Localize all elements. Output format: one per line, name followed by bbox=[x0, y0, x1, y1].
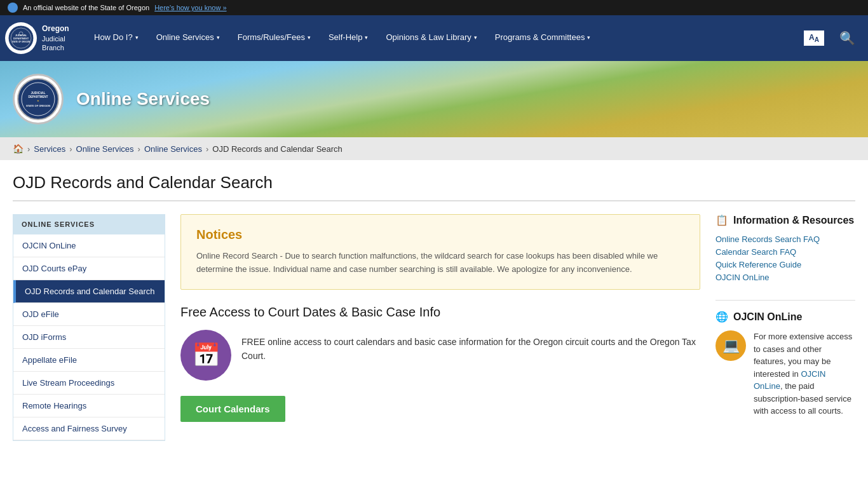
nav-opinions[interactable]: Opinions & Law Library ▾ bbox=[377, 15, 485, 61]
sidebar-item-livestream: Live Stream Proceedings bbox=[13, 372, 165, 395]
court-calendars-button[interactable]: Court Calendars bbox=[180, 396, 285, 422]
free-access-section: 📅 FREE online access to court calendars … bbox=[180, 330, 700, 381]
svg-text:JUDICIAL: JUDICIAL bbox=[15, 34, 27, 37]
ojcin-box: 🌐 OJCIN OnLine 💻 For more extensive acce… bbox=[715, 311, 855, 417]
svg-text:DEPARTMENT: DEPARTMENT bbox=[29, 95, 48, 98]
right-sidebar: 📋 Information & Resources Online Records… bbox=[715, 214, 855, 441]
top-bar-link[interactable]: Here's how you know » bbox=[154, 4, 226, 11]
page-title: OJD Records and Calendar Search bbox=[13, 173, 855, 201]
ojcin-inner: 💻 For more extensive access to cases and… bbox=[715, 330, 855, 417]
sidebar-link-ojcin-online[interactable]: OJCIN OnLine bbox=[13, 234, 165, 257]
search-button[interactable]: 🔍 bbox=[832, 25, 863, 51]
svg-text:★: ★ bbox=[37, 99, 39, 102]
chevron-down-icon: ▾ bbox=[365, 34, 368, 41]
logo-text: Oregon Judicial Branch bbox=[42, 24, 69, 52]
sidebar-item-ojcin-online: OJCIN OnLine bbox=[13, 234, 165, 257]
nav-items: How Do I? ▾ Online Services ▾ Forms/Rule… bbox=[85, 15, 804, 61]
sidebar-item-remote-hearings: Remote Hearings bbox=[13, 395, 165, 417]
info-link-item: OJCIN OnLine bbox=[715, 272, 855, 282]
main-area: Notices Online Record Search - Due to se… bbox=[180, 214, 700, 441]
chevron-down-icon: ▾ bbox=[308, 34, 311, 41]
nav-self-help[interactable]: Self-Help ▾ bbox=[320, 15, 377, 61]
svg-text:JUDICIAL: JUDICIAL bbox=[31, 91, 45, 95]
top-bar: An official website of the State of Oreg… bbox=[0, 0, 868, 15]
ojcin-online-link[interactable]: OJCIN OnLine bbox=[715, 273, 770, 282]
breadcrumb: 🏠 › Services › Online Services › Online … bbox=[0, 137, 868, 160]
main-nav: JUDICIAL DEPARTMENT STATE OF OREGON Oreg… bbox=[0, 15, 868, 61]
sidebar-item-records-search: OJD Records and Calendar Search bbox=[13, 280, 165, 303]
oregon-icon bbox=[8, 3, 18, 13]
notices-box: Notices Online Record Search - Due to se… bbox=[180, 214, 700, 290]
sidebar-item-access-survey: Access and Fairness Survey bbox=[13, 417, 165, 440]
info-links-list: Online Records Search FAQ Calendar Searc… bbox=[715, 234, 855, 282]
breadcrumb-current: OJD Records and Calendar Search bbox=[212, 144, 342, 154]
calendar-icon-wrapper: 📅 bbox=[180, 330, 231, 381]
info-link-item: Online Records Search FAQ bbox=[715, 234, 855, 244]
sidebar-link-appellate[interactable]: Appellate eFile bbox=[13, 349, 165, 372]
nav-forms[interactable]: Forms/Rules/Fees ▾ bbox=[229, 15, 320, 61]
sidebar-item-efile: OJD eFile bbox=[13, 303, 165, 326]
breadcrumb-online-services-1[interactable]: Online Services bbox=[76, 144, 134, 154]
main-content: OJD Records and Calendar Search ONLINE S… bbox=[0, 160, 868, 466]
sidebar-link-remote-hearings[interactable]: Remote Hearings bbox=[13, 395, 165, 417]
hero-seal: JUDICIAL DEPARTMENT ★ STATE OF OREGON bbox=[13, 74, 64, 125]
ojcin-text: For more extensive access to cases and o… bbox=[754, 330, 855, 417]
info-resources-box: 📋 Information & Resources Online Records… bbox=[715, 214, 855, 282]
language-button[interactable]: AA bbox=[804, 30, 824, 46]
svg-text:STATE OF OREGON: STATE OF OREGON bbox=[12, 41, 31, 43]
free-access-text: FREE online access to court calendars an… bbox=[241, 330, 700, 363]
notices-title: Notices bbox=[196, 227, 684, 242]
info-link-item: Calendar Search FAQ bbox=[715, 247, 855, 257]
sidebar-link-iforms[interactable]: OJD iForms bbox=[13, 326, 165, 349]
sidebar-link-efile[interactable]: OJD eFile bbox=[13, 303, 165, 326]
content-layout: ONLINE SERVICES OJCIN OnLine OJD Courts … bbox=[13, 214, 855, 441]
ojcin-title: 🌐 OJCIN OnLine bbox=[715, 311, 855, 323]
home-icon: 🏠 bbox=[13, 144, 24, 154]
left-sidebar: ONLINE SERVICES OJCIN OnLine OJD Courts … bbox=[13, 214, 165, 441]
sidebar-link-records-search[interactable]: OJD Records and Calendar Search bbox=[13, 280, 165, 303]
sidebar-link-access-survey[interactable]: Access and Fairness Survey bbox=[13, 417, 165, 440]
chevron-down-icon: ▾ bbox=[474, 34, 477, 41]
logo-area: JUDICIAL DEPARTMENT STATE OF OREGON Oreg… bbox=[5, 22, 75, 54]
logo-seal: JUDICIAL DEPARTMENT STATE OF OREGON bbox=[5, 22, 37, 54]
breadcrumb-services[interactable]: Services bbox=[34, 144, 65, 154]
sidebar-link-livestream[interactable]: Live Stream Proceedings bbox=[13, 372, 165, 395]
quick-ref-guide-link[interactable]: Quick Reference Guide bbox=[715, 260, 801, 269]
info-resources-title: 📋 Information & Resources bbox=[715, 214, 855, 226]
sidebar-link-epay[interactable]: OJD Courts ePay bbox=[13, 257, 165, 280]
svg-text:DEPARTMENT: DEPARTMENT bbox=[13, 37, 29, 40]
nav-right: AA 🔍 bbox=[804, 25, 863, 51]
sidebar-list: OJCIN OnLine OJD Courts ePay OJD Records… bbox=[13, 234, 165, 441]
breadcrumb-online-services-2[interactable]: Online Services bbox=[144, 144, 202, 154]
nav-how-do-i[interactable]: How Do I? ▾ bbox=[85, 15, 147, 61]
notices-text: Online Record Search - Due to search fun… bbox=[196, 250, 684, 276]
svg-text:STATE OF OREGON: STATE OF OREGON bbox=[26, 104, 50, 107]
divider bbox=[715, 300, 855, 301]
chevron-down-icon: ▾ bbox=[587, 34, 590, 41]
ojcin-laptop-icon: 💻 bbox=[715, 330, 746, 361]
free-access-title: Free Access to Court Dates & Basic Case … bbox=[180, 305, 700, 320]
book-icon: 📋 bbox=[715, 214, 728, 226]
hero-section: JUDICIAL DEPARTMENT ★ STATE OF OREGON On… bbox=[0, 61, 868, 137]
globe-icon: 🌐 bbox=[715, 311, 728, 323]
chevron-down-icon: ▾ bbox=[217, 34, 220, 41]
sidebar-item-epay: OJD Courts ePay bbox=[13, 257, 165, 280]
sidebar-item-iforms: OJD iForms bbox=[13, 326, 165, 349]
top-bar-text: An official website of the State of Oreg… bbox=[23, 4, 149, 11]
info-link-item: Quick Reference Guide bbox=[715, 259, 855, 269]
hero-title: Online Services bbox=[76, 89, 210, 109]
online-records-faq-link[interactable]: Online Records Search FAQ bbox=[715, 234, 820, 244]
sidebar-item-appellate: Appellate eFile bbox=[13, 349, 165, 372]
chevron-down-icon: ▾ bbox=[135, 34, 139, 41]
sidebar-heading: ONLINE SERVICES bbox=[13, 214, 165, 234]
calendar-icon: 📅 bbox=[180, 330, 231, 381]
nav-online-services[interactable]: Online Services ▾ bbox=[147, 15, 229, 61]
calendar-search-faq-link[interactable]: Calendar Search FAQ bbox=[715, 247, 796, 257]
nav-programs[interactable]: Programs & Committees ▾ bbox=[486, 15, 600, 61]
